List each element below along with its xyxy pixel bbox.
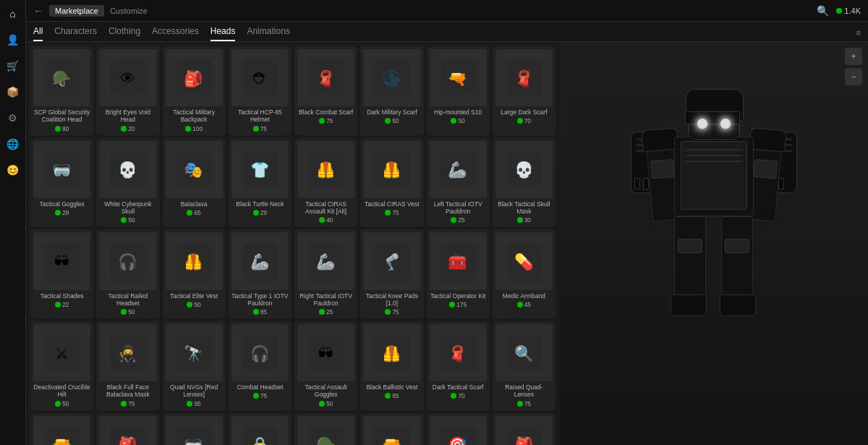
- item-card-5[interactable]: 🧣 Black Combat Scarf 75: [294, 46, 357, 135]
- item-name-12: Black Turtle Neck: [231, 200, 289, 208]
- item-card-3[interactable]: 🎒 Tactical Military Backpack 100: [163, 46, 226, 135]
- sidebar-shop-icon[interactable]: 🛒: [5, 58, 21, 74]
- item-card-36[interactable]: 🔒 🔒 [V2] Operator Ballistic Vest-... 65: [229, 413, 292, 446]
- item-card-31[interactable]: 🧣 Dark Tactical Scarf 70: [427, 321, 490, 410]
- item-thumb-2: 👁: [99, 49, 156, 106]
- item-card-29[interactable]: 🕶 Tactical Assault Goggles 50: [294, 321, 357, 410]
- price-value-12: 29: [260, 209, 267, 216]
- price-value-6: 50: [392, 117, 399, 124]
- item-card-14[interactable]: 🦺 Tactical CIRAS Vest 75: [360, 138, 423, 227]
- robux-icon-16: [517, 217, 523, 223]
- sidebar-settings-icon[interactable]: ⚙: [5, 110, 21, 126]
- item-thumb-34: 🎒: [99, 416, 156, 446]
- price-value-11: 65: [194, 209, 200, 216]
- filter-icon: ≡: [856, 28, 861, 37]
- item-thumb-3: 🎒: [166, 49, 223, 106]
- item-card-32[interactable]: 🔍 Raised Quad-Lenses 75: [493, 321, 556, 410]
- item-card-24[interactable]: 💊 Medic Armband 45: [493, 229, 556, 318]
- item-card-20[interactable]: 🦾 Tactical Type 1 IOTV Pauldron 85: [229, 229, 292, 318]
- item-name-15: Left Tactical IOTV Pauldron: [430, 200, 487, 215]
- robux-icon-6: [385, 118, 391, 124]
- sidebar-planet-icon[interactable]: 🌐: [5, 136, 21, 152]
- item-card-extra-3[interactable]: 🎒 Item 40 78: [493, 413, 556, 446]
- item-price-24: 45: [517, 301, 531, 308]
- tab-customize[interactable]: Customize: [110, 7, 148, 15]
- item-card-extra-1[interactable]: 🔫 Item 38 75: [360, 413, 423, 446]
- tab-heads[interactable]: Heads: [210, 26, 236, 41]
- item-card-4[interactable]: ⛑ Tactical HCP-65 Helmet 75: [229, 46, 292, 135]
- item-price-15: 25: [451, 216, 464, 224]
- item-card-9[interactable]: 🥽 Tactical Goggles 29: [30, 138, 93, 227]
- sidebar-emoji-icon[interactable]: 😊: [5, 162, 21, 178]
- item-name-24: Medic Armband: [495, 292, 553, 300]
- item-card-28[interactable]: 🎧 Combat Headset 75: [229, 321, 292, 410]
- item-card-13[interactable]: 🦺 Tactical CIRAS Assault Kit [Alt] 40: [294, 138, 357, 227]
- tab-clothing[interactable]: Clothing: [109, 26, 140, 41]
- item-price-31: 70: [451, 392, 464, 399]
- item-thumb-15: 🦾: [430, 141, 487, 198]
- search-icon[interactable]: 🔍: [817, 5, 829, 17]
- item-card-15[interactable]: 🦾 Left Tactical IOTV Pauldron 25: [427, 138, 490, 227]
- head: [688, 92, 740, 139]
- item-card-17[interactable]: 🕶 Tactical Shades 22: [30, 229, 93, 318]
- item-card-extra-0[interactable]: 🪖 Item 37 20: [294, 413, 357, 446]
- item-card-33[interactable]: 🔫 Arctic Plasma Pistol 50: [30, 413, 93, 446]
- tab-all[interactable]: All: [33, 26, 43, 41]
- item-card-6[interactable]: 🌑 Dark Military Scarf 50: [360, 46, 423, 135]
- filter-button[interactable]: ≡: [856, 28, 861, 37]
- svg-text:🔭: 🔭: [184, 344, 204, 363]
- item-card-1[interactable]: 🪖 SCP Global Security Coalition Head 80: [30, 46, 93, 135]
- item-price-13: 40: [319, 216, 333, 224]
- svg-text:🦾: 🦾: [316, 253, 336, 271]
- tab-accessories[interactable]: Accessories: [152, 26, 199, 41]
- item-card-12[interactable]: 👕 Black Turtle Neck 29: [229, 138, 292, 227]
- item-card-11[interactable]: 🎭 Balaclava 65: [163, 138, 226, 227]
- svg-text:🕶: 🕶: [318, 345, 333, 363]
- item-card-22[interactable]: 🦿 Tactical Knee Pads [1.0] 75: [360, 229, 423, 318]
- price-value-3: 100: [192, 125, 203, 132]
- price-value-8: 70: [524, 117, 531, 124]
- nav-tabs: All Characters Clothing Accessories Head…: [26, 22, 868, 42]
- item-thumb-28: 🎧: [231, 324, 289, 381]
- tab-animations[interactable]: Animations: [247, 26, 289, 41]
- tab-marketplace[interactable]: Marketplace: [49, 5, 104, 17]
- item-price-26: 75: [121, 400, 135, 407]
- item-card-21[interactable]: 🦾 Right Tactical IOTV Pauldron 25: [294, 229, 357, 318]
- price-value-28: 75: [260, 392, 267, 399]
- zoom-in-button[interactable]: +: [845, 48, 862, 65]
- item-thumb-20: 🦾: [231, 232, 289, 289]
- sidebar-inventory-icon[interactable]: 📦: [5, 84, 21, 100]
- item-thumb-11: 🎭: [166, 141, 223, 198]
- svg-text:🦿: 🦿: [382, 253, 401, 271]
- item-card-7[interactable]: 🔫 Hip-mounted S10 50: [427, 46, 490, 135]
- right-leg: [721, 216, 753, 296]
- item-card-2[interactable]: 👁 Bright Eyes Void Head 20: [96, 46, 159, 135]
- back-button[interactable]: ←: [33, 5, 43, 17]
- item-card-19[interactable]: 🦺 Tactical Elite Vest 50: [163, 229, 226, 318]
- price-value-2: 20: [128, 125, 135, 132]
- item-card-16[interactable]: 💀 Black Tactical Skull Mask 30: [493, 138, 556, 227]
- item-card-25[interactable]: ⚔ Deactivated Crucible Hilt 50: [30, 321, 93, 410]
- item-price-14: 75: [385, 209, 399, 216]
- item-card-34[interactable]: 🎒 Interloper's Backpack 100: [96, 413, 159, 446]
- item-price-16: 30: [517, 216, 531, 224]
- zoom-out-button[interactable]: −: [845, 68, 862, 85]
- sidebar-avatar-icon[interactable]: 👤: [5, 32, 21, 48]
- tab-characters[interactable]: Characters: [54, 26, 97, 41]
- item-card-27[interactable]: 🔭 Quad NVGs [Red Lenses] 95: [163, 321, 226, 410]
- item-card-8[interactable]: 🧣 Large Dark Scarf 70: [493, 46, 556, 135]
- item-card-23[interactable]: 🧰 Tactical Operator Kit 175: [427, 229, 490, 318]
- robux-icon-7: [451, 118, 456, 124]
- item-thumb-1: 🪖: [33, 49, 90, 106]
- item-card-extra-2[interactable]: 🎯 Item 39 64: [427, 413, 490, 446]
- item-card-30[interactable]: 🦺 Black Ballistic Vest 65: [360, 321, 423, 410]
- item-card-26[interactable]: 🥷 Black Full Face Balaclava Mask 75: [96, 321, 159, 410]
- svg-text:🕶: 🕶: [54, 253, 69, 271]
- item-thumb-13: 🦺: [297, 141, 354, 198]
- svg-text:🔫: 🔫: [382, 436, 401, 445]
- item-card-10[interactable]: 💀 White Cyberpunk Skull 50: [96, 138, 159, 227]
- sidebar-home-icon[interactable]: ⌂: [5, 6, 21, 22]
- item-card-35[interactable]: 🥽 Combat Goggles 70: [163, 413, 226, 446]
- item-thumb-25: ⚔: [33, 324, 90, 381]
- item-card-18[interactable]: 🎧 Tactical Railed Headset 50: [96, 229, 159, 318]
